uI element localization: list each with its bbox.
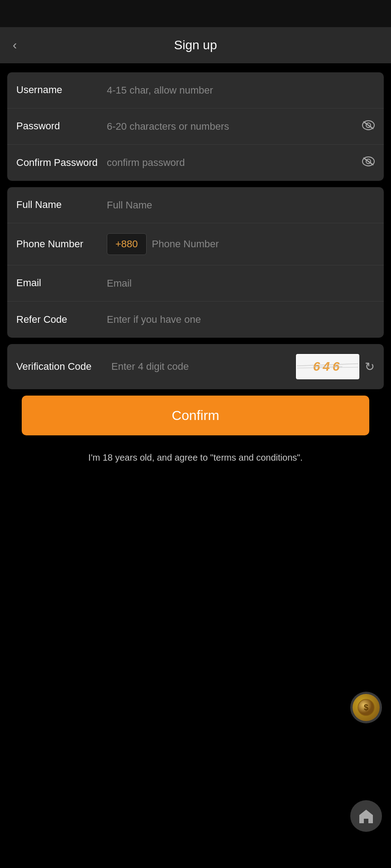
verification-input[interactable] xyxy=(111,361,292,373)
phone-number-label: Phone Number xyxy=(16,238,107,251)
refer-code-row: Refer Code xyxy=(7,302,384,338)
email-label: Email xyxy=(16,277,107,290)
status-bar xyxy=(0,0,391,27)
confirm-password-eye-icon[interactable] xyxy=(362,156,375,169)
full-name-row: Full Name xyxy=(7,187,384,223)
username-label: Username xyxy=(16,84,107,97)
personal-info-card: Full Name Phone Number +880 Email Refer … xyxy=(7,187,384,338)
password-label: Password xyxy=(16,120,107,133)
full-name-label: Full Name xyxy=(16,198,107,212)
username-input[interactable] xyxy=(107,85,375,96)
verification-label: Verification Code xyxy=(16,360,107,373)
credentials-card: Username Password Confirm Password xyxy=(7,72,384,181)
coin-icon: $ xyxy=(353,694,380,721)
captcha-value: 646 xyxy=(313,359,343,373)
password-row: Password xyxy=(7,108,384,145)
full-name-input[interactable] xyxy=(107,199,375,211)
floating-home-button[interactable] xyxy=(350,800,382,832)
form-container: Username Password Confirm Password xyxy=(0,63,391,482)
refresh-captcha-icon[interactable]: ↻ xyxy=(365,360,375,374)
confirm-wrapper: Confirm xyxy=(7,396,384,435)
password-input[interactable] xyxy=(107,121,358,132)
email-input[interactable] xyxy=(107,278,375,289)
password-eye-icon[interactable] xyxy=(362,120,375,133)
page-title: Sign up xyxy=(174,38,217,52)
confirm-password-input[interactable] xyxy=(107,157,358,169)
svg-text:$: $ xyxy=(364,703,368,712)
captcha-box: 646 xyxy=(296,354,359,379)
captcha-display: 646 ↻ xyxy=(296,354,375,379)
home-icon xyxy=(358,808,374,824)
verification-card: Verification Code 646 ↻ xyxy=(7,344,384,389)
phone-number-input[interactable] xyxy=(152,238,375,250)
floating-coin-button[interactable]: $ xyxy=(350,692,382,723)
confirm-button[interactable]: Confirm xyxy=(22,396,369,435)
back-button[interactable]: ‹ xyxy=(9,34,20,56)
phone-number-row: Phone Number +880 xyxy=(7,223,384,265)
verification-row: Verification Code 646 ↻ xyxy=(7,344,384,389)
country-code-button[interactable]: +880 xyxy=(107,233,147,255)
header: ‹ Sign up xyxy=(0,27,391,63)
confirm-password-row: Confirm Password xyxy=(7,145,384,181)
email-row: Email xyxy=(7,265,384,302)
terms-text: I'm 18 years old, and agree to "terms an… xyxy=(7,442,384,473)
refer-code-input[interactable] xyxy=(107,314,375,326)
refer-code-label: Refer Code xyxy=(16,313,107,326)
phone-input-group: +880 xyxy=(107,233,375,255)
confirm-password-label: Confirm Password xyxy=(16,156,107,170)
username-row: Username xyxy=(7,72,384,108)
verification-section: 646 ↻ xyxy=(107,354,375,379)
